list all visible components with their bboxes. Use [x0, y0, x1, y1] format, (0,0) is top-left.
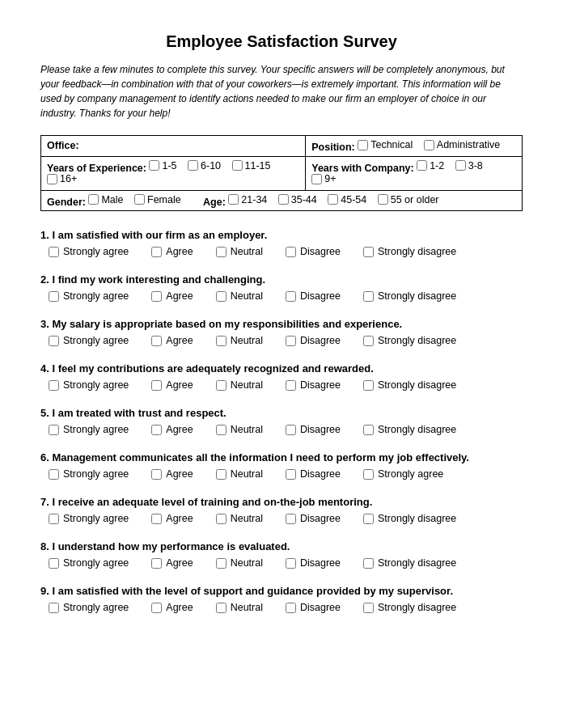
- checkbox-2-1[interactable]: [151, 291, 162, 302]
- option-3-3[interactable]: Disagree: [286, 335, 341, 346]
- checkbox-9-1[interactable]: [151, 603, 162, 613]
- gender-male-checkbox[interactable]: [88, 194, 99, 205]
- checkbox-4-1[interactable]: [151, 380, 162, 391]
- option-9-1[interactable]: Agree: [151, 602, 193, 613]
- years-exp-11-15[interactable]: 11-15: [232, 160, 271, 171]
- checkbox-8-4[interactable]: [363, 558, 374, 569]
- option-1-0[interactable]: Strongly agree: [49, 246, 129, 257]
- checkbox-4-0[interactable]: [49, 380, 59, 391]
- option-1-3[interactable]: Disagree: [286, 246, 341, 257]
- age-21-34[interactable]: 21-34: [228, 194, 267, 205]
- checkbox-6-1[interactable]: [151, 469, 162, 480]
- checkbox-1-1[interactable]: [151, 247, 162, 257]
- option-1-2[interactable]: Neutral: [216, 246, 263, 257]
- checkbox-1-2[interactable]: [216, 247, 226, 257]
- checkbox-5-3[interactable]: [286, 425, 296, 435]
- years-exp-6-10-checkbox[interactable]: [188, 160, 198, 171]
- option-4-2[interactable]: Neutral: [216, 379, 263, 391]
- years-company-1-2-checkbox[interactable]: [417, 160, 427, 171]
- years-company-1-2[interactable]: 1-2: [417, 160, 444, 171]
- checkbox-8-1[interactable]: [151, 558, 162, 569]
- age-45-54[interactable]: 45-54: [328, 194, 366, 205]
- checkbox-7-4[interactable]: [363, 514, 374, 524]
- years-exp-1-5-checkbox[interactable]: [149, 160, 159, 171]
- checkbox-7-1[interactable]: [151, 514, 162, 524]
- checkbox-9-4[interactable]: [363, 603, 374, 613]
- option-3-2[interactable]: Neutral: [216, 335, 263, 346]
- checkbox-6-3[interactable]: [286, 469, 296, 480]
- option-8-2[interactable]: Neutral: [216, 557, 263, 569]
- age-45-54-checkbox[interactable]: [328, 194, 338, 205]
- position-administrative[interactable]: Administrative: [424, 139, 501, 150]
- option-6-1[interactable]: Agree: [151, 468, 193, 480]
- option-6-4[interactable]: Strongly agree: [363, 468, 443, 480]
- option-6-3[interactable]: Disagree: [286, 468, 341, 480]
- option-8-4[interactable]: Strongly disagree: [363, 557, 456, 569]
- checkbox-8-0[interactable]: [49, 558, 59, 569]
- position-technical[interactable]: Technical: [358, 139, 413, 150]
- option-7-4[interactable]: Strongly disagree: [363, 513, 456, 524]
- checkbox-2-2[interactable]: [216, 291, 226, 302]
- checkbox-1-4[interactable]: [363, 247, 374, 257]
- checkbox-1-0[interactable]: [49, 247, 59, 257]
- option-7-1[interactable]: Agree: [151, 513, 193, 524]
- years-exp-16plus[interactable]: 16+: [47, 173, 77, 184]
- checkbox-6-4[interactable]: [363, 469, 374, 480]
- age-21-34-checkbox[interactable]: [228, 194, 239, 205]
- option-5-0[interactable]: Strongly agree: [49, 424, 129, 435]
- years-company-3-8[interactable]: 3-8: [455, 160, 483, 171]
- option-1-1[interactable]: Agree: [151, 246, 193, 257]
- option-3-1[interactable]: Agree: [151, 335, 193, 346]
- checkbox-4-4[interactable]: [363, 380, 374, 391]
- option-6-0[interactable]: Strongly agree: [49, 468, 129, 480]
- position-administrative-checkbox[interactable]: [424, 140, 434, 150]
- option-4-1[interactable]: Agree: [151, 379, 193, 391]
- option-4-4[interactable]: Strongly disagree: [363, 379, 456, 391]
- checkbox-9-2[interactable]: [216, 603, 226, 613]
- checkbox-3-1[interactable]: [151, 336, 162, 346]
- option-8-0[interactable]: Strongly agree: [49, 557, 129, 569]
- checkbox-5-0[interactable]: [49, 425, 59, 435]
- gender-female-checkbox[interactable]: [134, 194, 145, 205]
- age-35-44[interactable]: 35-44: [278, 194, 317, 205]
- checkbox-6-0[interactable]: [49, 469, 59, 480]
- years-company-3-8-checkbox[interactable]: [455, 160, 466, 171]
- option-2-0[interactable]: Strongly agree: [49, 290, 129, 302]
- age-55plus[interactable]: 55 or older: [378, 194, 439, 205]
- option-9-2[interactable]: Neutral: [216, 602, 263, 613]
- checkbox-7-0[interactable]: [49, 514, 59, 524]
- checkbox-2-0[interactable]: [49, 291, 59, 302]
- checkbox-8-3[interactable]: [286, 558, 296, 569]
- checkbox-1-3[interactable]: [286, 247, 296, 257]
- option-3-0[interactable]: Strongly agree: [49, 335, 129, 346]
- years-exp-1-5[interactable]: 1-5: [149, 160, 176, 171]
- checkbox-8-2[interactable]: [216, 558, 226, 569]
- position-technical-checkbox[interactable]: [358, 140, 368, 150]
- option-5-4[interactable]: Strongly disagree: [363, 424, 456, 435]
- checkbox-5-1[interactable]: [151, 425, 162, 435]
- option-9-0[interactable]: Strongly agree: [49, 602, 129, 613]
- option-9-3[interactable]: Disagree: [286, 602, 341, 613]
- option-5-3[interactable]: Disagree: [286, 424, 341, 435]
- option-7-2[interactable]: Neutral: [216, 513, 263, 524]
- checkbox-2-4[interactable]: [363, 291, 374, 302]
- years-exp-6-10[interactable]: 6-10: [188, 160, 221, 171]
- option-8-3[interactable]: Disagree: [286, 557, 341, 569]
- option-2-4[interactable]: Strongly disagree: [363, 290, 456, 302]
- option-4-3[interactable]: Disagree: [286, 379, 341, 391]
- checkbox-2-3[interactable]: [286, 291, 296, 302]
- age-35-44-checkbox[interactable]: [278, 194, 289, 205]
- option-6-2[interactable]: Neutral: [216, 468, 263, 480]
- gender-female[interactable]: Female: [134, 194, 181, 205]
- option-2-1[interactable]: Agree: [151, 290, 193, 302]
- years-company-9plus[interactable]: 9+: [311, 173, 336, 184]
- checkbox-3-4[interactable]: [363, 336, 374, 346]
- option-5-1[interactable]: Agree: [151, 424, 193, 435]
- checkbox-3-0[interactable]: [49, 336, 59, 346]
- checkbox-4-3[interactable]: [286, 380, 296, 391]
- age-55plus-checkbox[interactable]: [378, 194, 388, 205]
- option-9-4[interactable]: Strongly disagree: [363, 602, 456, 613]
- years-exp-11-15-checkbox[interactable]: [232, 160, 243, 171]
- option-7-0[interactable]: Strongly agree: [49, 513, 129, 524]
- option-5-2[interactable]: Neutral: [216, 424, 263, 435]
